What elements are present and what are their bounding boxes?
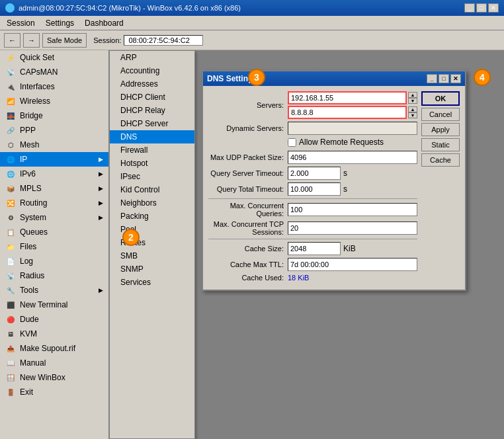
submenu-ipsec[interactable]: IPsec bbox=[110, 170, 194, 183]
max-tcp-input[interactable] bbox=[288, 221, 417, 235]
sidebar-item-dude[interactable]: 🔴 Dude bbox=[0, 312, 108, 327]
sidebar-item-radius[interactable]: 📡 Radius bbox=[0, 268, 108, 283]
sidebar-item-ipv6[interactable]: 🌐 IPv6 ▶ bbox=[0, 167, 108, 181]
query-total-timeout-row: Query Total Timeout: s bbox=[208, 182, 417, 196]
menu-settings[interactable]: Settings bbox=[42, 17, 78, 29]
allow-remote-checkbox[interactable] bbox=[288, 138, 296, 147]
cache-used-row: Cache Used: 18 KiB bbox=[208, 274, 417, 282]
submenu-addresses[interactable]: Addresses bbox=[110, 77, 194, 91]
close-button[interactable]: ✕ bbox=[488, 3, 499, 13]
safe-mode-button[interactable]: Safe Mode bbox=[42, 33, 87, 48]
sidebar-label-wireless: Wireless bbox=[20, 97, 50, 106]
query-total-timeout-input[interactable] bbox=[288, 182, 341, 196]
cache-button[interactable]: Cache bbox=[421, 153, 460, 167]
maximize-button[interactable]: □ bbox=[476, 3, 487, 13]
sidebar-item-supout[interactable]: 📤 Make Supout.rif bbox=[0, 341, 108, 356]
dynamic-servers-input[interactable] bbox=[288, 122, 417, 135]
cancel-button[interactable]: Cancel bbox=[421, 108, 460, 121]
max-udp-input[interactable] bbox=[288, 151, 417, 164]
sidebar-item-mpls[interactable]: 📦 MPLS ▶ bbox=[0, 181, 108, 196]
dialog-close-button[interactable]: ✕ bbox=[450, 74, 461, 83]
supout-icon: 📤 bbox=[5, 343, 16, 354]
cache-size-row: Cache Size: KiB bbox=[208, 242, 417, 255]
submenu-dhcprelay[interactable]: DHCP Relay bbox=[110, 104, 194, 117]
menu-dashboard[interactable]: Dashboard bbox=[81, 17, 128, 29]
sidebar-item-ip[interactable]: 🌐 IP ▶ bbox=[0, 152, 108, 167]
dialog-maximize-button[interactable]: □ bbox=[439, 74, 449, 83]
sidebar-item-ppp[interactable]: 🔗 PPP bbox=[0, 123, 108, 138]
submenu-dns[interactable]: DNS bbox=[110, 130, 194, 143]
sidebar-item-newwinbox[interactable]: 🪟 New WinBox bbox=[0, 370, 108, 385]
submenu-firewall[interactable]: Firewall bbox=[110, 143, 194, 157]
queues-icon: 📋 bbox=[5, 227, 16, 237]
submenu-dhcpclient[interactable]: DHCP Client bbox=[110, 91, 194, 104]
sidebar-label-routing: Routing bbox=[20, 198, 47, 208]
sidebar-item-quickset[interactable]: ⚡ Quick Set bbox=[0, 50, 108, 65]
dude-icon: 🔴 bbox=[5, 314, 16, 325]
submenu-dhcpserver[interactable]: DHCP Server bbox=[110, 117, 194, 130]
submenu-snmp[interactable]: SNMP bbox=[110, 262, 194, 276]
cache-ttl-input[interactable] bbox=[288, 258, 417, 271]
ipv6-arrow-icon: ▶ bbox=[99, 171, 103, 177]
submenu-kidcontrol[interactable]: Kid Control bbox=[110, 183, 194, 196]
cache-size-input[interactable] bbox=[288, 242, 341, 255]
server2-input[interactable] bbox=[288, 106, 407, 119]
query-total-timeout-unit: s bbox=[343, 184, 347, 194]
submenu-packing[interactable]: Packing bbox=[110, 210, 194, 223]
sidebar-item-terminal[interactable]: ⬛ New Terminal bbox=[0, 298, 108, 312]
sidebar-item-log[interactable]: 📄 Log bbox=[0, 254, 108, 268]
query-server-timeout-input[interactable] bbox=[288, 167, 341, 180]
static-button[interactable]: Static bbox=[421, 138, 460, 151]
files-icon: 📁 bbox=[5, 241, 16, 252]
submenu-smb[interactable]: SMB bbox=[110, 249, 194, 262]
submenu-neighbors[interactable]: Neighbors bbox=[110, 196, 194, 210]
sidebar-label-capsman: CAPsMAN bbox=[20, 67, 58, 77]
sidebar-label-interfaces: Interfaces bbox=[20, 82, 55, 91]
servers-label: Servers: bbox=[208, 101, 288, 109]
server2-down-btn[interactable]: ▼ bbox=[408, 112, 417, 118]
sidebar-item-exit[interactable]: 🚪 Exit bbox=[0, 385, 108, 399]
server2-up-btn[interactable]: ▲ bbox=[408, 106, 417, 112]
badge-3: 3 bbox=[248, 69, 265, 86]
sidebar-item-capsman[interactable]: 📡 CAPsMAN bbox=[0, 65, 108, 79]
sidebar-item-mesh[interactable]: ⬡ Mesh bbox=[0, 138, 108, 152]
sidebar-label-ip: IP bbox=[20, 155, 27, 164]
routing-icon: 🔀 bbox=[5, 198, 16, 208]
submenu-hotspot[interactable]: Hotspot bbox=[110, 157, 194, 170]
minimize-button[interactable]: _ bbox=[464, 3, 475, 13]
sidebar-label-exit: Exit bbox=[20, 387, 33, 397]
server1-input[interactable] bbox=[288, 91, 407, 104]
kvm-icon: 🖥 bbox=[5, 329, 16, 339]
sidebar-item-routing[interactable]: 🔀 Routing ▶ bbox=[0, 196, 108, 210]
system-arrow-icon: ▶ bbox=[99, 214, 103, 221]
max-tcp-row: Max. Concurrent TCP Sessions: bbox=[208, 220, 417, 236]
sidebar-item-bridge[interactable]: 🌉 Bridge bbox=[0, 108, 108, 123]
query-server-timeout-label: Query Server Timeout: bbox=[208, 169, 288, 177]
submenu-services[interactable]: Services bbox=[110, 276, 194, 289]
main-container: ⚡ Quick Set 📡 CAPsMAN 🔌 Interfaces 📶 Wir… bbox=[0, 50, 504, 439]
menu-session[interactable]: Session bbox=[3, 17, 39, 29]
submenu-accounting[interactable]: Accounting bbox=[110, 64, 194, 77]
sidebar-item-tools[interactable]: 🔧 Tools ▶ bbox=[0, 283, 108, 298]
forward-button[interactable]: → bbox=[23, 33, 40, 48]
dialog-minimize-button[interactable]: _ bbox=[427, 74, 437, 83]
ok-button[interactable]: OK bbox=[421, 91, 460, 106]
sidebar-item-files[interactable]: 📁 Files bbox=[0, 239, 108, 254]
sidebar-item-wireless[interactable]: 📶 Wireless bbox=[0, 94, 108, 108]
title-controls: _ □ ✕ bbox=[464, 3, 499, 13]
sidebar-label-queues: Queues bbox=[20, 227, 48, 237]
server1-up-btn[interactable]: ▲ bbox=[408, 92, 417, 98]
max-queries-input[interactable] bbox=[288, 203, 417, 216]
sidebar-item-queues[interactable]: 📋 Queues bbox=[0, 225, 108, 239]
server1-down-btn[interactable]: ▼ bbox=[408, 98, 417, 104]
title-text: admin@08:00:27:5C:94:C2 (MikroTik) - Win… bbox=[19, 4, 460, 12]
max-tcp-label: Max. Concurrent TCP Sessions: bbox=[208, 220, 288, 236]
apply-button[interactable]: Apply bbox=[421, 123, 460, 136]
cache-ttl-row: Cache Max TTL: bbox=[208, 258, 417, 271]
back-button[interactable]: ← bbox=[4, 33, 21, 48]
sidebar-item-manual[interactable]: 📖 Manual bbox=[0, 356, 108, 370]
submenu-arp[interactable]: ARP bbox=[110, 51, 194, 64]
sidebar-item-interfaces[interactable]: 🔌 Interfaces bbox=[0, 79, 108, 94]
sidebar-item-kvm[interactable]: 🖥 KVM bbox=[0, 327, 108, 341]
sidebar-item-system[interactable]: ⚙ System ▶ bbox=[0, 210, 108, 225]
